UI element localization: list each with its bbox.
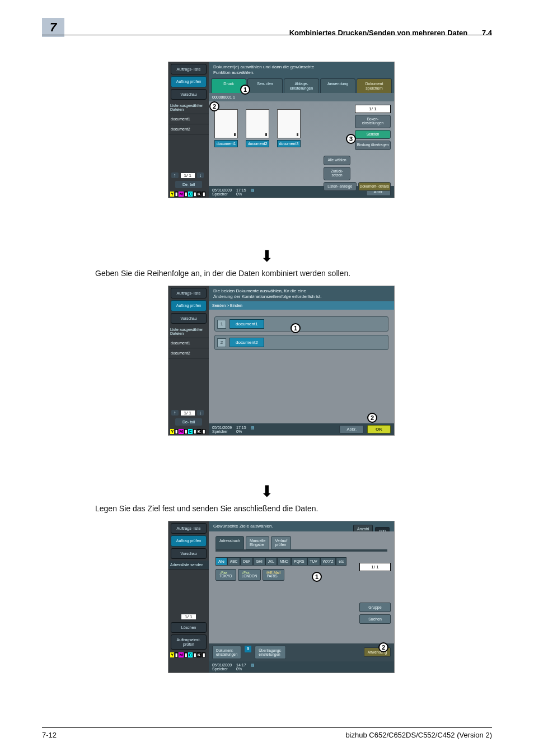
body-text-2: Legen Sie das Ziel fest und senden Sie a… xyxy=(95,504,492,513)
auftragsliste-button[interactable]: Auftrags- liste xyxy=(171,288,207,298)
anwendung-tab[interactable]: Anwendung xyxy=(320,78,355,93)
ymck-indicator: Y▮ M▮ C▮ K▮ xyxy=(168,190,209,198)
arrow-down-icon: ➡ xyxy=(258,249,277,262)
tab-row: Druck Sen- den Ablage- einstellungen Anw… xyxy=(209,77,394,93)
message-bar: Dokument(e) auswählen und dann die gewün… xyxy=(209,62,394,77)
abbr-button[interactable]: Abbr. xyxy=(339,425,364,433)
pager-label: 1/ 1 xyxy=(181,173,195,178)
senden-button[interactable]: Senden xyxy=(355,130,391,139)
body-text-1: Geben Sie die Reihenfolge an, in der die… xyxy=(95,269,492,278)
filter-cell[interactable]: ABC xyxy=(227,557,240,566)
arrow-up-icon[interactable]: ↑ xyxy=(171,410,179,416)
pager-row: ↑ 1/ 1 ↓ xyxy=(168,409,209,417)
detail-button[interactable]: De- tail xyxy=(175,418,202,426)
header-title: Kombiniertes Drucken/Senden von mehreren… xyxy=(289,29,468,37)
file-item[interactable]: document1 xyxy=(168,338,209,348)
auftragsliste-button[interactable]: Auftrags- liste xyxy=(171,64,207,74)
vorschau-button[interactable]: Vorschau xyxy=(171,89,207,100)
dok-speichern-tab[interactable]: Dokument speichern xyxy=(357,78,392,93)
filter-cell[interactable]: GHI xyxy=(253,557,265,566)
file-item[interactable]: document1 xyxy=(168,114,209,124)
main-area: document1 document2 document3 1/ 1 Boxen… xyxy=(209,101,394,186)
zurucksetzen-button[interactable]: Zurück- setzen xyxy=(324,167,350,180)
dokdetails-button[interactable]: Dokument- details xyxy=(358,182,391,192)
chapter-number: 7.4 xyxy=(482,29,492,37)
thumb[interactable]: document3 xyxy=(277,109,301,147)
thumb[interactable]: document1 xyxy=(214,109,238,147)
ymck-indicator: Y▮ M▮ C▮ K▮ xyxy=(168,428,209,435)
order-num: 2 xyxy=(217,338,226,347)
left-panel: Auftrags- liste Auftrag prüfen Vorschau … xyxy=(168,62,209,198)
filter-cell[interactable]: DEF xyxy=(240,557,253,566)
right-stack: 1/ 1 Gruppe Suchen xyxy=(359,563,391,624)
status-bar: 05/01/2009Speicher 14:170% ▧ xyxy=(209,661,394,673)
filter-cell[interactable]: WXYZ xyxy=(320,557,336,566)
suchen-button[interactable]: Suchen xyxy=(359,614,391,624)
order-row[interactable]: 1 document1 xyxy=(214,316,388,332)
arrow-up-icon[interactable]: ↑ xyxy=(171,172,179,178)
callout-2: 2 xyxy=(209,101,219,111)
ablage-tab[interactable]: Ablage- einstellungen xyxy=(284,78,319,93)
allewahlen-button[interactable]: Alle wählen xyxy=(324,156,350,165)
order-name: document2 xyxy=(229,338,264,347)
callout-1: 1 xyxy=(291,323,301,333)
bindung-button[interactable]: Bindung übertragen xyxy=(355,141,391,150)
auftrag-prufen-button[interactable]: Auftrag prüfen xyxy=(171,76,207,87)
callout-2: 2 xyxy=(367,413,377,423)
filter-cell[interactable]: Alle xyxy=(216,557,227,566)
message-bar: Die beiden Dokumente auswählen, für die … xyxy=(209,286,394,301)
thumb[interactable]: document2 xyxy=(246,109,269,147)
pager-label: 1/ 1 xyxy=(181,410,195,416)
callout-1: 1 xyxy=(240,85,250,95)
pager-row: 1/ 1 xyxy=(168,613,209,620)
pager-label: 1/ 1 xyxy=(181,614,195,619)
comm-icon: ▧ xyxy=(251,426,255,433)
page-number: 7-12 xyxy=(42,731,57,739)
auftrag-einst-button[interactable]: Auftragseinst. prüfen xyxy=(171,634,207,650)
loschen-button[interactable]: Löschen xyxy=(171,622,207,633)
sel-pager: 1/ 1 xyxy=(359,563,391,571)
dokeinst-button[interactable]: Dokument- einstellungen xyxy=(212,646,241,659)
auftragsliste-button[interactable]: Auftrags- liste xyxy=(171,523,207,534)
filter-cell[interactable]: PQRS xyxy=(291,557,307,566)
detail-button[interactable]: De- tail xyxy=(175,181,202,188)
listenanzeige-button[interactable]: Listen- anzeige xyxy=(324,182,357,192)
filter-cell[interactable]: MNO xyxy=(277,557,291,566)
senden-tab[interactable]: Sen- den xyxy=(247,78,283,93)
arrow-down-icon[interactable]: ↓ xyxy=(197,172,204,178)
file-item[interactable]: document2 xyxy=(168,124,209,134)
verlauf-tab[interactable]: Verlauf prüfen xyxy=(271,536,291,549)
bottom-bar: Dokument- einstellungen 5 Übertragungs- … xyxy=(209,643,394,661)
boxen-button[interactable]: Boxen- einstellungen xyxy=(355,115,391,128)
screenshot-3: Auftrags- liste Auftrag prüfen Vorschau … xyxy=(168,521,395,673)
file-item[interactable]: document2 xyxy=(168,348,209,358)
comm-icon: ▧ xyxy=(251,188,255,196)
filter-cell[interactable]: TUV xyxy=(307,557,320,566)
auftrag-prufen-button[interactable]: Auftrag prüfen xyxy=(171,535,207,546)
order-row[interactable]: 2 document2 xyxy=(214,335,388,350)
adressbuch-tab[interactable]: Adressbuch xyxy=(216,536,244,549)
left-panel: Auftrags- liste Auftrag prüfen Vorschau … xyxy=(168,286,209,435)
address-chip[interactable]: ↓FaxLONDON xyxy=(238,569,261,581)
callout-2: 2 xyxy=(378,642,388,652)
main-area: Adressbuch Manuelle Eingabe Verlauf prüf… xyxy=(209,531,394,643)
address-chip[interactable]: ✉E-MailPARIS xyxy=(263,569,284,581)
file-list-header: Liste ausgewählter Dateien xyxy=(168,325,209,338)
manuelle-tab[interactable]: Manuelle Eingabe xyxy=(246,536,269,549)
ok-button[interactable]: OK xyxy=(367,425,391,433)
vorschau-button[interactable]: Vorschau xyxy=(171,313,207,324)
order-num: 1 xyxy=(217,320,226,329)
filter-cell[interactable]: etc xyxy=(336,557,346,566)
vorschau-button[interactable]: Vorschau xyxy=(171,548,207,559)
header-title-block: Kombiniertes Drucken/Senden von mehreren… xyxy=(289,29,492,37)
uber-button[interactable]: Übertragungs- einstellungen xyxy=(255,646,286,659)
sel-pager: 1/ 1 xyxy=(355,105,391,113)
arrow-down-icon[interactable]: ↓ xyxy=(197,410,204,416)
arrow-down-icon: ➡ xyxy=(258,484,277,497)
address-chip[interactable]: ↓FaxTOKYO xyxy=(216,569,236,581)
auftrag-prufen-button[interactable]: Auftrag prüfen xyxy=(171,300,207,311)
gruppe-button[interactable]: Gruppe xyxy=(359,603,391,612)
adressliste-header: Adressliste senden xyxy=(168,561,209,570)
filter-cell[interactable]: JKL xyxy=(265,557,277,566)
left-panel: Auftrags- liste Auftrag prüfen Vorschau … xyxy=(168,521,209,673)
